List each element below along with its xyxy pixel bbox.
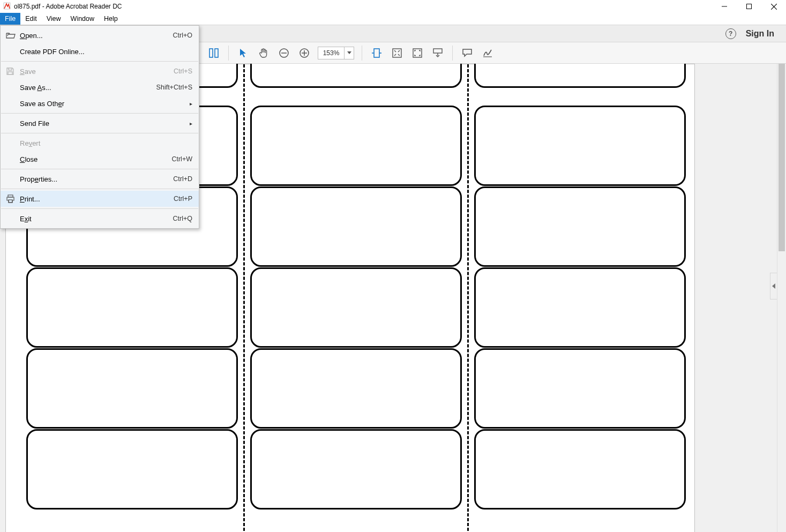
help-icon[interactable]: ? <box>725 28 736 39</box>
menu-item-shortcut: Ctrl+O <box>173 32 192 39</box>
menu-item-shortcut: Ctrl+D <box>173 175 192 183</box>
menu-item-label: Print... <box>20 195 174 203</box>
menu-file[interactable]: File <box>0 13 20 25</box>
submenu-arrow-icon: ▸ <box>186 101 192 107</box>
menubar: FileEditViewWindowHelp <box>0 13 786 25</box>
file-menu-send-file[interactable]: Send File▸ <box>1 115 199 131</box>
zoom-dropdown-icon[interactable] <box>344 47 354 59</box>
cut-guide-line <box>243 64 245 532</box>
menu-item-label: Properties... <box>20 175 173 183</box>
tools-pane-toggle[interactable] <box>770 273 777 299</box>
label-cell <box>474 64 686 88</box>
menu-item-label: Create PDF Online... <box>20 48 192 56</box>
file-menu-save: SaveCtrl+S <box>1 63 199 79</box>
menu-item-shortcut: Shift+Ctrl+S <box>156 84 192 91</box>
menu-item-label: Open... <box>20 32 173 40</box>
label-cell <box>474 348 686 429</box>
sign-icon[interactable] <box>480 46 495 61</box>
menu-separator <box>1 113 198 114</box>
label-cell <box>250 186 462 267</box>
menu-separator <box>1 189 198 189</box>
svg-rect-5 <box>209 49 213 57</box>
menu-item-shortcut: Ctrl+S <box>174 68 192 75</box>
menu-separator <box>1 133 198 133</box>
file-menu-close[interactable]: CloseCtrl+W <box>1 151 199 167</box>
app-icon <box>3 2 11 11</box>
full-screen-icon[interactable] <box>410 46 425 61</box>
label-cell <box>474 267 686 348</box>
menu-item-label: Exit <box>20 215 173 223</box>
svg-rect-15 <box>393 49 401 57</box>
menu-item-shortcut: Ctrl+Q <box>173 215 192 222</box>
file-menu-create-pdf-online[interactable]: Create PDF Online... <box>1 43 199 59</box>
maximize-button[interactable] <box>737 0 761 13</box>
file-menu-save-as[interactable]: Save As...Shift+Ctrl+S <box>1 79 199 95</box>
file-menu-properties[interactable]: Properties...Ctrl+D <box>1 171 199 187</box>
file-menu-exit[interactable]: ExitCtrl+Q <box>1 211 199 227</box>
fit-page-icon[interactable] <box>390 46 405 61</box>
label-cell <box>26 267 238 348</box>
file-menu-save-as-other[interactable]: Save as Other▸ <box>1 95 199 111</box>
page-layout-icon[interactable] <box>206 46 221 61</box>
menu-separator <box>1 208 198 209</box>
hand-tool-icon[interactable] <box>256 46 271 61</box>
label-cell <box>474 106 686 186</box>
label-cell <box>474 429 686 509</box>
svg-rect-6 <box>215 49 218 57</box>
submenu-arrow-icon: ▸ <box>186 121 192 126</box>
titlebar: ol875.pdf - Adobe Acrobat Reader DC <box>0 0 786 13</box>
menu-item-label: Save as Other <box>20 100 186 108</box>
menu-item-label: Revert <box>20 139 192 147</box>
label-cell <box>250 267 462 348</box>
scrollbar-thumb[interactable] <box>778 64 785 251</box>
svg-rect-21 <box>9 200 12 203</box>
menu-item-label: Close <box>20 155 171 163</box>
file-menu-print[interactable]: Print...Ctrl+P <box>1 191 199 207</box>
menu-item-shortcut: Ctrl+P <box>174 195 192 203</box>
minimize-button[interactable] <box>712 0 737 13</box>
file-menu-revert: Revert <box>1 135 199 151</box>
sign-in-button[interactable]: Sign In <box>746 29 774 39</box>
zoom-out-icon[interactable] <box>276 46 291 61</box>
save-icon <box>6 67 20 76</box>
zoom-level-select[interactable]: 153% <box>318 47 354 59</box>
vertical-scrollbar[interactable] <box>777 64 786 532</box>
label-cell <box>26 429 238 509</box>
label-cell <box>250 106 462 186</box>
label-cell <box>474 186 686 267</box>
folder-open-icon <box>6 32 20 39</box>
fit-width-icon[interactable] <box>369 46 384 61</box>
label-cell <box>26 348 238 429</box>
label-cell <box>250 64 462 88</box>
svg-rect-12 <box>374 49 379 57</box>
label-cell <box>250 429 462 509</box>
menu-view[interactable]: View <box>42 13 66 25</box>
menu-window[interactable]: Window <box>66 13 99 25</box>
menu-help[interactable]: Help <box>99 13 123 25</box>
file-menu-dropdown: Open...Ctrl+OCreate PDF Online...SaveCtr… <box>0 25 199 229</box>
label-cell <box>250 348 462 429</box>
menu-item-label: Save <box>20 68 174 76</box>
menu-separator <box>1 61 198 62</box>
comment-icon[interactable] <box>460 46 475 61</box>
svg-rect-17 <box>433 49 442 53</box>
print-icon <box>6 194 20 203</box>
menu-edit[interactable]: Edit <box>20 13 42 25</box>
close-button[interactable] <box>761 0 786 13</box>
menu-item-shortcut: Ctrl+W <box>171 155 192 163</box>
menu-separator <box>1 169 198 169</box>
menu-item-label: Save As... <box>20 84 156 92</box>
zoom-in-icon[interactable] <box>297 46 312 61</box>
cut-guide-line <box>467 64 469 532</box>
zoom-level-value: 153% <box>318 49 344 57</box>
file-menu-open[interactable]: Open...Ctrl+O <box>1 27 199 43</box>
svg-rect-20 <box>8 195 13 197</box>
window-title: ol875.pdf - Adobe Acrobat Reader DC <box>14 3 122 10</box>
read-mode-icon[interactable] <box>430 46 445 61</box>
menu-item-label: Send File <box>20 119 186 128</box>
svg-rect-2 <box>747 4 752 9</box>
selection-tool-icon[interactable] <box>236 46 251 61</box>
